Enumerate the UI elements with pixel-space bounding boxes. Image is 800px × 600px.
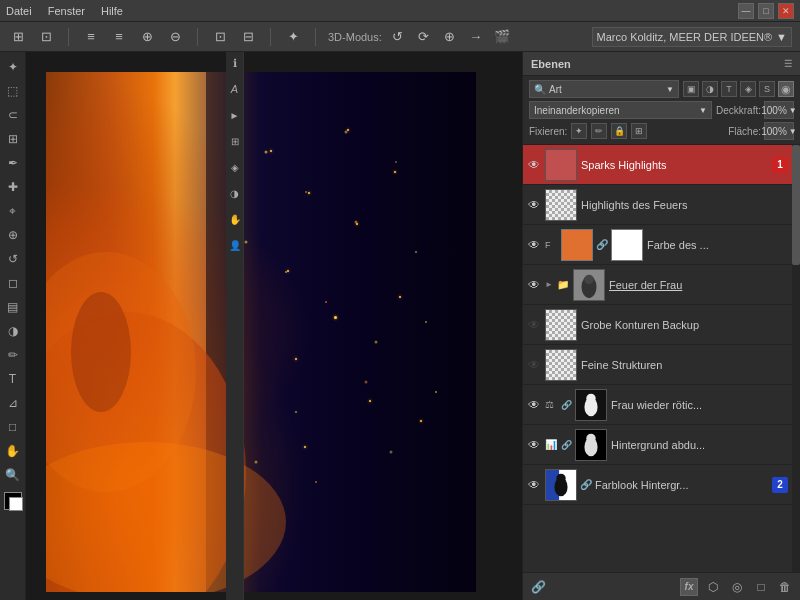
blend-mode-arrow: ▼ bbox=[699, 106, 707, 115]
tool-eyedropper[interactable]: ✒ bbox=[2, 152, 24, 174]
3d-icon-3[interactable]: ⊕ bbox=[440, 27, 460, 47]
layer-hintergrund[interactable]: 👁 📊 🔗 Hintergrund abdu... bbox=[523, 425, 792, 465]
tool-zoom[interactable]: 🔍 bbox=[2, 464, 24, 486]
tool-path[interactable]: ⊿ bbox=[2, 392, 24, 414]
layers-scrollbar[interactable] bbox=[792, 145, 800, 572]
hand-icon[interactable]: ✋ bbox=[228, 212, 242, 226]
svg-point-25 bbox=[584, 274, 593, 283]
opacity-value[interactable]: 100% ▼ bbox=[764, 101, 794, 119]
layer-grobe-konturen[interactable]: 👁 Grobe Konturen Backup bbox=[523, 305, 792, 345]
tool-hand[interactable]: ✋ bbox=[2, 440, 24, 462]
layer-farblook[interactable]: 👁 🔗 Farblook Hintergr... 2 bbox=[523, 465, 792, 505]
delete-layer-button[interactable]: 🗑 bbox=[776, 578, 794, 596]
tool-spot-heal[interactable]: ✚ bbox=[2, 176, 24, 198]
3d-icon-4[interactable]: → bbox=[466, 27, 486, 47]
arrow-icon[interactable]: ► bbox=[228, 108, 242, 122]
toolbar-icon-2[interactable]: ⊡ bbox=[36, 27, 56, 47]
layer-highlights-feuer[interactable]: 👁 Highlights des Feuers bbox=[523, 185, 792, 225]
tool-gradient[interactable]: ▤ bbox=[2, 296, 24, 318]
menu-fenster[interactable]: Fenster bbox=[48, 5, 85, 17]
layer-eye-frau2[interactable]: 👁 bbox=[527, 398, 541, 412]
new-layer-button[interactable]: □ bbox=[752, 578, 770, 596]
a-icon[interactable]: A bbox=[228, 82, 242, 96]
toolbar-icon-5[interactable]: ⊕ bbox=[137, 27, 157, 47]
new-adjustment-button[interactable]: ⬡ bbox=[704, 578, 722, 596]
filter-toggle[interactable]: ◉ bbox=[778, 81, 794, 97]
layer-thumb-farbe-orange bbox=[561, 229, 593, 261]
3d-icon-5[interactable]: 🎬 bbox=[492, 27, 512, 47]
layer-sparks-highlights[interactable]: 👁 Sparks Highlights 1 bbox=[523, 145, 792, 185]
link-icon[interactable]: 🔗 bbox=[529, 578, 547, 596]
tool-select[interactable]: ⬚ bbox=[2, 80, 24, 102]
tool-clone[interactable]: ⊕ bbox=[2, 224, 24, 246]
layer-frau-wieder[interactable]: 👁 ⚖ 🔗 Frau wieder rötic... bbox=[523, 385, 792, 425]
layer-eye-frau[interactable]: 👁 bbox=[527, 278, 541, 292]
toolbar-icon-4[interactable]: ≡ bbox=[109, 27, 129, 47]
scrollbar-thumb[interactable] bbox=[792, 145, 800, 265]
layer-eye-feuer[interactable]: 👁 bbox=[527, 198, 541, 212]
tool-move[interactable]: ✦ bbox=[2, 56, 24, 78]
layers-menu-icon[interactable]: ☰ bbox=[784, 59, 792, 69]
layer-eye-sparks[interactable]: 👁 bbox=[527, 158, 541, 172]
toolbar-icon-7[interactable]: ⊡ bbox=[210, 27, 230, 47]
tool-text[interactable]: T bbox=[2, 368, 24, 390]
layer-badge-farblook: 2 bbox=[772, 477, 788, 493]
info-icon[interactable]: ℹ bbox=[228, 56, 242, 70]
pixel-type-icon[interactable]: ▣ bbox=[683, 81, 699, 97]
people-icon[interactable]: 👤 bbox=[228, 238, 242, 252]
layer-eye-grobe[interactable]: 👁 bbox=[527, 318, 541, 332]
tool-eraser[interactable]: ◻ bbox=[2, 272, 24, 294]
tool-crop[interactable]: ⊞ bbox=[2, 128, 24, 150]
layer-eye-farbe[interactable]: 👁 bbox=[527, 238, 541, 252]
hintergrund-extra-icon: 📊 bbox=[545, 439, 557, 450]
layer-eye-hintergrund[interactable]: 👁 bbox=[527, 438, 541, 452]
foreground-color[interactable] bbox=[4, 492, 22, 510]
folder-arrow-frau[interactable]: ► bbox=[545, 280, 553, 289]
tool-brush[interactable]: ⌖ bbox=[2, 200, 24, 222]
layer-thumb-feuer bbox=[545, 189, 577, 221]
toolbar-icon-6[interactable]: ⊖ bbox=[165, 27, 185, 47]
fix-icon-1[interactable]: ✦ bbox=[571, 123, 587, 139]
fx-button[interactable]: fx bbox=[680, 578, 698, 596]
close-button[interactable]: ✕ bbox=[778, 3, 794, 19]
tool-shape[interactable]: □ bbox=[2, 416, 24, 438]
svg-point-16 bbox=[315, 481, 317, 483]
3d-icon-2[interactable]: ⟳ bbox=[414, 27, 434, 47]
layer-farbe-des[interactable]: 👁 F 🔗 Farbe des ... bbox=[523, 225, 792, 265]
tool-dodge[interactable]: ◑ bbox=[2, 320, 24, 342]
menu-hilfe[interactable]: Hilfe bbox=[101, 5, 123, 17]
maximize-button[interactable]: □ bbox=[758, 3, 774, 19]
layer-name-feuer: Highlights des Feuers bbox=[581, 199, 788, 211]
fix-icon-4[interactable]: ⊞ bbox=[631, 123, 647, 139]
smart-type-icon[interactable]: S bbox=[759, 81, 775, 97]
3d-icon-1[interactable]: ↺ bbox=[388, 27, 408, 47]
layer-eye-feine[interactable]: 👁 bbox=[527, 358, 541, 372]
workspace-dropdown[interactable]: Marco Kolditz, MEER DER IDEEN® ▼ bbox=[592, 27, 792, 47]
layer-feine-strukturen[interactable]: 👁 Feine Strukturen bbox=[523, 345, 792, 385]
toolbar-icon-8[interactable]: ⊟ bbox=[238, 27, 258, 47]
fix-icon-3[interactable]: 🔒 bbox=[611, 123, 627, 139]
layer-filter-search[interactable]: 🔍 Art ▼ bbox=[529, 80, 679, 98]
new-group-button[interactable]: ◎ bbox=[728, 578, 746, 596]
adjust-type-icon[interactable]: ◑ bbox=[702, 81, 718, 97]
shape-icon[interactable]: ◈ bbox=[228, 160, 242, 174]
menu-datei[interactable]: Datei bbox=[6, 5, 32, 17]
toolbar-icon-1[interactable]: ⊞ bbox=[8, 27, 28, 47]
layer-feuer-frau[interactable]: 👁 ► 📁 Feuer der Frau bbox=[523, 265, 792, 305]
toolbar-icon-3[interactable]: ≡ bbox=[81, 27, 101, 47]
tool-pen[interactable]: ✏ bbox=[2, 344, 24, 366]
shape-type-icon[interactable]: ◈ bbox=[740, 81, 756, 97]
grid-icon[interactable]: ⊞ bbox=[228, 134, 242, 148]
minimize-button[interactable]: — bbox=[738, 3, 754, 19]
adjust-icon[interactable]: ◑ bbox=[228, 186, 242, 200]
toolbar-icon-9[interactable]: ✦ bbox=[283, 27, 303, 47]
layer-eye-farblook[interactable]: 👁 bbox=[527, 478, 541, 492]
menu-bar[interactable]: Datei Fenster Hilfe bbox=[6, 5, 123, 17]
flaeche-value[interactable]: 100% ▼ bbox=[764, 122, 794, 140]
tool-history[interactable]: ↺ bbox=[2, 248, 24, 270]
blend-mode-dropdown[interactable]: Ineinanderkopieren ▼ bbox=[529, 101, 712, 119]
text-type-icon[interactable]: T bbox=[721, 81, 737, 97]
svg-point-18 bbox=[435, 391, 437, 393]
fix-icon-2[interactable]: ✏ bbox=[591, 123, 607, 139]
tool-lasso[interactable]: ⊂ bbox=[2, 104, 24, 126]
